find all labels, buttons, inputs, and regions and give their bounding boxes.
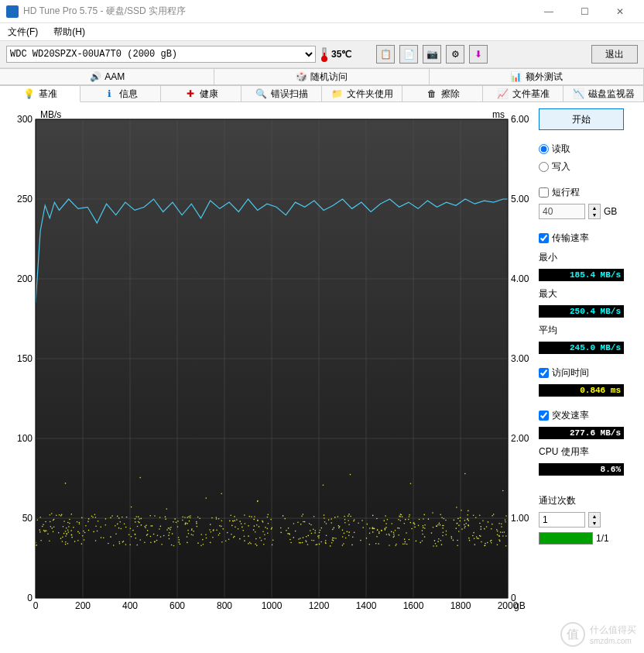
svg-point-522 (113, 545, 115, 546)
svg-point-285 (405, 519, 406, 521)
svg-point-539 (77, 540, 79, 541)
svg-point-297 (117, 516, 118, 517)
svg-point-566 (497, 544, 498, 545)
tab-aam[interactable]: 🔊AAM (0, 68, 214, 84)
tab-benchmark[interactable]: 💡基准 (0, 85, 80, 102)
svg-point-125 (221, 493, 222, 494)
burst-checkbox[interactable] (539, 411, 549, 421)
start-button[interactable]: 开始 (539, 108, 624, 130)
svg-point-300 (197, 517, 199, 518)
svg-point-347 (324, 521, 326, 523)
svg-point-225 (188, 516, 190, 517)
maximize-button[interactable]: ☐ (567, 0, 602, 23)
passes-input[interactable] (539, 512, 585, 528)
svg-point-177 (256, 524, 258, 526)
passes-arrows[interactable]: ▲▼ (588, 512, 601, 528)
write-radio-row[interactable]: 写入 (539, 160, 624, 174)
svg-point-628 (265, 527, 266, 528)
copy-button[interactable]: 📋 (376, 45, 395, 64)
svg-point-481 (389, 545, 390, 546)
svg-point-469 (60, 515, 62, 517)
svg-point-437 (238, 528, 239, 530)
tab-erase[interactable]: 🗑擦除 (402, 85, 483, 102)
shortstroke-checkbox[interactable] (539, 187, 549, 198)
close-button[interactable]: ✕ (602, 0, 638, 23)
exit-button[interactable]: 退出 (591, 45, 638, 64)
read-radio-row[interactable]: 读取 (539, 143, 624, 156)
copy2-button[interactable]: 📄 (399, 45, 418, 64)
save-button[interactable]: ⬇ (469, 45, 488, 64)
svg-point-472 (393, 534, 395, 535)
write-radio[interactable] (539, 162, 549, 172)
menu-help[interactable]: 帮助(H) (49, 24, 90, 40)
svg-point-536 (178, 539, 180, 541)
svg-point-276 (222, 528, 224, 530)
svg-point-496 (320, 530, 321, 531)
svg-point-196 (478, 538, 479, 539)
tab-extra[interactable]: 📊额外测试 (430, 68, 644, 84)
svg-point-76 (65, 535, 67, 537)
read-radio[interactable] (539, 144, 549, 154)
svg-point-282 (39, 529, 41, 531)
drive-select[interactable]: WDC WD20SPZX-00UA7T0 (2000 gB) (6, 46, 316, 63)
svg-point-267 (404, 543, 406, 545)
svg-point-458 (393, 535, 395, 537)
xferrate-checkbox[interactable] (539, 233, 549, 243)
svg-point-544 (202, 539, 204, 541)
access-check-row[interactable]: 访问时间 (539, 366, 624, 380)
svg-point-425 (385, 527, 387, 528)
screenshot-button[interactable]: 📷 (423, 45, 441, 64)
svg-text:5.00: 5.00 (511, 194, 529, 204)
svg-point-312 (81, 517, 83, 519)
svg-point-384 (65, 544, 67, 545)
menu-file[interactable]: 文件(F) (3, 24, 43, 40)
svg-point-90 (411, 528, 413, 530)
stroke-input[interactable] (539, 204, 585, 219)
tab-random[interactable]: 🎲随机访问 (214, 68, 429, 84)
svg-point-131 (501, 526, 502, 528)
passes-spinner: ▲▼ (539, 512, 624, 528)
settings-button[interactable]: ⚙ (446, 45, 464, 64)
svg-point-222 (502, 535, 504, 537)
tab-health[interactable]: ✚健康 (161, 85, 242, 102)
svg-point-210 (244, 540, 245, 541)
monitor-icon: 📉 (573, 88, 585, 100)
tab-monitor[interactable]: 📉磁盘监视器 (564, 85, 644, 102)
svg-point-573 (475, 517, 477, 519)
svg-point-444 (205, 497, 207, 499)
tab-info[interactable]: ℹ信息 (80, 85, 161, 102)
svg-point-402 (236, 519, 238, 521)
svg-point-218 (119, 543, 121, 545)
burst-check-row[interactable]: 突发速率 (539, 409, 624, 422)
svg-point-366 (484, 528, 485, 530)
svg-point-118 (146, 525, 147, 527)
stroke-arrows[interactable]: ▲▼ (588, 204, 601, 219)
cpu-value: 8.6% (539, 463, 624, 476)
tab-folder[interactable]: 📁文件夹使用 (322, 85, 402, 102)
svg-point-147 (280, 528, 282, 529)
svg-point-541 (398, 534, 399, 536)
svg-point-238 (190, 534, 192, 535)
svg-point-579 (414, 527, 416, 528)
minimize-button[interactable]: — (531, 0, 567, 23)
svg-point-513 (337, 516, 339, 517)
svg-point-185 (105, 518, 107, 520)
svg-point-254 (442, 535, 444, 537)
svg-point-445 (235, 527, 236, 528)
xferrate-check-row[interactable]: 传输速率 (539, 232, 624, 245)
svg-point-339 (117, 524, 118, 525)
shortstroke-check-row[interactable]: 短行程 (539, 186, 624, 199)
access-checkbox[interactable] (539, 368, 549, 378)
svg-point-215 (135, 521, 136, 523)
tab-errorscan[interactable]: 🔍错误扫描 (242, 85, 322, 102)
svg-point-137 (451, 538, 453, 539)
camera-icon: 📷 (426, 49, 438, 60)
svg-point-138 (262, 521, 263, 522)
svg-point-119 (188, 533, 190, 534)
tab-filebench[interactable]: 📈文件基准 (483, 85, 564, 102)
svg-point-208 (290, 542, 292, 544)
svg-point-213 (205, 534, 207, 535)
svg-point-318 (303, 514, 304, 515)
svg-point-357 (187, 542, 188, 544)
svg-point-110 (242, 527, 243, 528)
